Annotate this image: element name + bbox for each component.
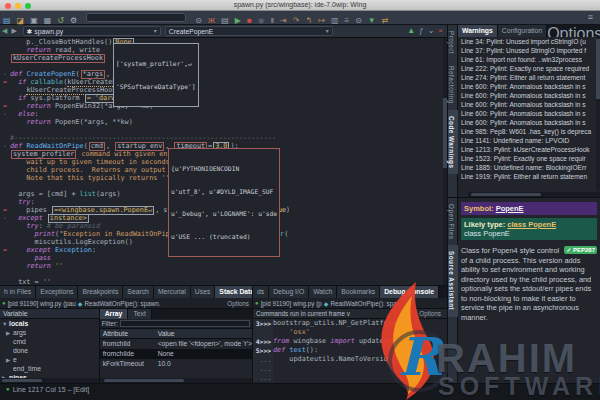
warning-item[interactable]: Line 222: Pylint: Exactly one space requ…: [458, 64, 596, 73]
warning-item[interactable]: Line 600: Pylint: Anomalous backslash in…: [458, 100, 596, 109]
tree-item-args[interactable]: ▶args: [0, 328, 99, 337]
warning-item[interactable]: Line 61: Import not found: ..win32proces…: [458, 55, 596, 64]
warnings-vertical-scrollbar[interactable]: [596, 37, 600, 191]
code-line[interactable]: return read, write: [0, 46, 447, 54]
symbol-link[interactable]: PopenE: [496, 204, 524, 213]
forward-button[interactable]: ▶: [9, 27, 18, 35]
stack-options-menu[interactable]: Options: [227, 300, 249, 307]
code-line[interactable]: kUserCreateProcessHook: [0, 54, 447, 62]
vtab-code-warnings[interactable]: Code Warnings: [448, 110, 458, 174]
tab-breakpoints[interactable]: Breakpoints: [78, 286, 123, 298]
scrollbar-thumb[interactable]: [104, 379, 184, 382]
debug-value-tooltip: ['system_profiler',↵ 'SPSoftwareDataType…: [113, 43, 199, 107]
hamburger-menu-icon[interactable]: ≡: [585, 11, 596, 24]
code-editor[interactable]: p._CloseBothHandles()None return read, w…: [0, 38, 447, 285]
code-line[interactable]: -def CreatePopenE(*args, **kw):: [0, 70, 447, 78]
warning-item[interactable]: Line 1213: Pylint: kUserCreateProcessHoo…: [458, 145, 596, 154]
symbol-menu-icon[interactable]: ƒ: [419, 25, 423, 37]
tab-uses[interactable]: Uses: [191, 286, 216, 298]
tab-ds[interactable]: ds: [253, 286, 269, 298]
frame-selector[interactable]: ReadWaitOnPipe(): spa: [330, 300, 396, 307]
attribute-row[interactable]: kForkTimeout10.0: [100, 359, 252, 369]
warning-item[interactable]: Line 274: Pylint: Either all return stat…: [458, 73, 596, 82]
symbol-selector[interactable]: CreatePopenE ▾: [165, 26, 333, 36]
warning-item[interactable]: Line 1885: Undefined name: BlockingIOErr: [458, 163, 596, 172]
warning-item[interactable]: Line 34: Pylint: Unused import cStringIO…: [458, 37, 596, 46]
variable-column-header[interactable]: Variable: [0, 309, 99, 319]
console-options-menu[interactable]: Options: [419, 309, 441, 318]
toolbar-search-input[interactable]: [86, 13, 186, 22]
console-output[interactable]: 3>>>bootstrap_utils.NP_GetPlatform() 'os…: [253, 319, 447, 383]
tab-debug-console[interactable]: Debug Console: [380, 286, 439, 298]
code-line[interactable]: [0, 270, 447, 278]
tab-warnings[interactable]: Warnings: [458, 25, 498, 37]
warning-item[interactable]: Line 985: Pep8: W601 .has_key() is depre…: [458, 127, 596, 136]
tab-exceptions[interactable]: Exceptions: [36, 286, 78, 298]
code-line[interactable]: = if callable(kUserCreateProcessHook):: [0, 78, 447, 86]
tree-item-end_time[interactable]: end_time: [0, 364, 99, 373]
scrollbar-thumb[interactable]: [471, 193, 541, 196]
tab-search[interactable]: Search: [123, 286, 154, 298]
warnings-options-menu[interactable]: Options: [547, 25, 600, 37]
code-line[interactable]: [0, 126, 447, 134]
warning-item[interactable]: Line 1141: Undefined name: LPVOID: [458, 136, 596, 145]
filter-input[interactable]: [120, 320, 250, 327]
code-token: (: [284, 230, 288, 238]
warning-item[interactable]: Line 37: Pylint: Unused StringIO importe…: [458, 46, 596, 55]
close-editor-icon[interactable]: ×: [438, 25, 443, 37]
warning-item[interactable]: Line 600: Pylint: Anomalous backslash in…: [458, 82, 596, 91]
code-line[interactable]: #---------------------------------------…: [0, 134, 447, 142]
warning-item[interactable]: Line 1919: Pylint: Either all return sta…: [458, 172, 596, 181]
vtab-source-assistant[interactable]: Source Assistant: [448, 245, 458, 316]
code-line[interactable]: = return PopenEWin32(*args, **kw): [0, 102, 447, 110]
view-tab-array[interactable]: Array: [100, 309, 129, 319]
likely-type-link[interactable]: class PopenE: [507, 220, 556, 229]
tree-item-cmd[interactable]: cmd: [0, 337, 99, 346]
code-line[interactable]: return PopenE(*args, **kw): [0, 118, 447, 126]
process-selector[interactable]: [pid 91190] wing.py (p: [261, 300, 322, 307]
tab-mercurial[interactable]: Mercurial: [154, 286, 191, 298]
pep287-badge: ✓ PEP287: [564, 246, 597, 254]
toolbar-right-group: ⊙Ж▤▶■◉‖⇥↷↰↦▥≡⊙▼⇄: [192, 9, 391, 27]
warning-item[interactable]: Line 600: Pylint: Anomalous backslash in…: [458, 109, 596, 118]
code-line[interactable]: p._CloseBothHandles()None: [0, 38, 447, 46]
vtab-project[interactable]: Project: [448, 25, 458, 60]
warning-item[interactable]: Line 600: Pylint: Anomalous backslash in…: [458, 91, 596, 100]
file-selector[interactable]: ✱ spawn.py ▾: [23, 26, 161, 36]
scrollbar-thumb[interactable]: [2, 379, 42, 382]
tree-item-locals[interactable]: ▼locals: [0, 319, 99, 328]
value-column-header[interactable]: Value: [158, 329, 175, 338]
tab-bookmarks[interactable]: Bookmarks: [337, 286, 380, 298]
code-line[interactable]: - else:: [0, 110, 447, 118]
scrollbar-thumb[interactable]: [596, 39, 600, 99]
code-line[interactable]: return '': [0, 262, 447, 270]
warning-item[interactable]: Line 1523: Pylint: Exactly one space req…: [458, 154, 596, 163]
vtab-refactoring[interactable]: Refactoring: [448, 60, 458, 110]
tab-h-in-files[interactable]: h in Files: [0, 286, 36, 298]
tab-configuration[interactable]: Configuration: [498, 25, 547, 37]
attribute-row[interactable]: fromchild<open file '<fdopen>', mode 'r'…: [100, 339, 252, 349]
view-tab-text[interactable]: Text: [128, 309, 151, 319]
tree-item-e[interactable]: ▶e: [0, 355, 99, 364]
process-selector[interactable]: [pid 91190] wing.py (pau: [8, 300, 76, 307]
frame-selector[interactable]: ReadWaitOnPipe(): spawn.: [84, 300, 160, 307]
tab-debug-i-o[interactable]: Debug I/O: [269, 286, 309, 298]
tree-item-done[interactable]: done: [0, 346, 99, 355]
attribute-row[interactable]: fromchildeNone: [100, 349, 252, 359]
code-line[interactable]: [0, 62, 447, 70]
back-button[interactable]: ◀: [0, 27, 9, 35]
code-line[interactable]: kUserCreateProcessHook(): [0, 86, 447, 94]
vtab-open-files[interactable]: Open Files: [448, 198, 458, 245]
tab-stack-data[interactable]: Stack Data: [215, 286, 252, 298]
code-line[interactable]: txt = '': [0, 278, 447, 285]
chevron-down-icon[interactable]: ⌄: [428, 25, 435, 37]
syntax-ok-icon[interactable]: ▲: [407, 25, 415, 37]
tooltip-line: {u'PYTHONIOENCODIN: [171, 165, 277, 173]
code-line[interactable]: if sys.platform = 'darwin'32':: [0, 94, 447, 102]
warning-item[interactable]: Line 600: Pylint: Anomalous backslash in…: [458, 118, 596, 127]
console-prompt: 3>>>: [253, 319, 273, 328]
tree-item-label: done: [13, 347, 28, 354]
tab-watch[interactable]: Watch: [309, 286, 337, 298]
attribute-column-header[interactable]: Attribute: [100, 329, 158, 338]
tooltip-line: u'_Debug', u'LOGNAME': u'sde: [171, 210, 277, 218]
